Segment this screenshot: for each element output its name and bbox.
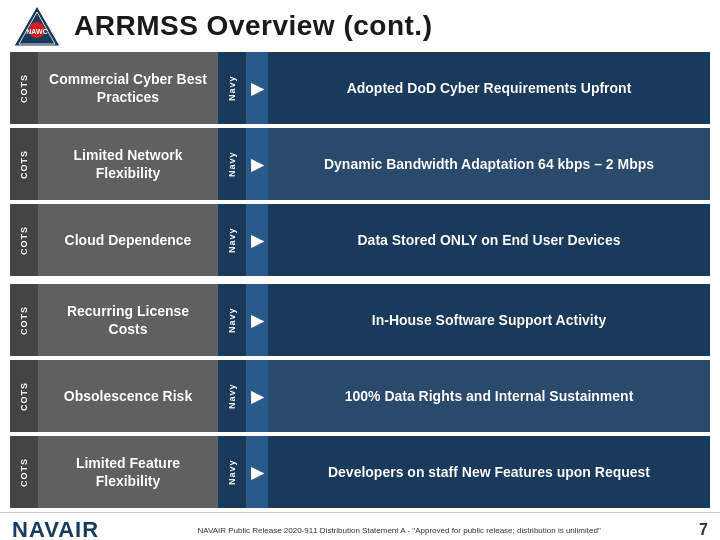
arrow-5: ▶ — [246, 360, 268, 432]
cots-label-6: COTS — [10, 436, 38, 508]
right-cell-1: Adopted DoD Cyber Requirements Upfront — [268, 52, 710, 124]
table-row: COTS Limited Feature Flexibility Navy ▶ … — [10, 436, 710, 508]
left-cell-3: Cloud Dependence — [38, 204, 218, 276]
left-cell-6: Limited Feature Flexibility — [38, 436, 218, 508]
cots-label-4: COTS — [10, 284, 38, 356]
footer-disclaimer: NAVAIR Public Release 2020-911 Distribut… — [109, 526, 689, 535]
table-row: COTS Cloud Dependence Navy ▶ Data Stored… — [10, 204, 710, 276]
cots-label-1: COTS — [10, 52, 38, 124]
left-cell-1: Commercial Cyber Best Practices — [38, 52, 218, 124]
table-row: COTS Limited Network Flexibility Navy ▶ … — [10, 128, 710, 200]
cots-label-3: COTS — [10, 204, 38, 276]
table-row: COTS Commercial Cyber Best Practices Nav… — [10, 52, 710, 124]
header-logo: NAWC — [12, 4, 62, 48]
footer-logo: NAVAIR — [12, 517, 99, 540]
right-cell-5: 100% Data Rights and Internal Sustainmen… — [268, 360, 710, 432]
right-cell-2: Dynamic Bandwidth Adaptation 64 kbps – 2… — [268, 128, 710, 200]
arrow-4: ▶ — [246, 284, 268, 356]
logo-container: NAWC — [12, 4, 64, 48]
cots-label-5: COTS — [10, 360, 38, 432]
arrow-3: ▶ — [246, 204, 268, 276]
arrow-2: ▶ — [246, 128, 268, 200]
left-cell-2: Limited Network Flexibility — [38, 128, 218, 200]
svg-text:NAWC: NAWC — [26, 28, 47, 35]
nav-label-6: Navy — [218, 436, 246, 508]
main-content: COTS Commercial Cyber Best Practices Nav… — [0, 52, 720, 508]
right-cell-3: Data Stored ONLY on End User Devices — [268, 204, 710, 276]
header: NAWC ARRMSS Overview (cont.) — [0, 0, 720, 52]
nav-label-2: Navy — [218, 128, 246, 200]
right-cell-6: Developers on staff New Features upon Re… — [268, 436, 710, 508]
right-cell-4: In-House Software Support Activity — [268, 284, 710, 356]
footer: NAVAIR NAVAIR Public Release 2020-911 Di… — [0, 512, 720, 540]
page-wrapper: NAWC ARRMSS Overview (cont.) COTS Commer… — [0, 0, 720, 540]
nav-label-4: Navy — [218, 284, 246, 356]
footer-page-number: 7 — [699, 521, 708, 539]
left-cell-5: Obsolescence Risk — [38, 360, 218, 432]
left-cell-4: Recurring License Costs — [38, 284, 218, 356]
nav-label-1: Navy — [218, 52, 246, 124]
table-row: COTS Obsolescence Risk Navy ▶ 100% Data … — [10, 360, 710, 432]
arrow-6: ▶ — [246, 436, 268, 508]
nav-label-5: Navy — [218, 360, 246, 432]
cots-label-2: COTS — [10, 128, 38, 200]
nav-label-3: Navy — [218, 204, 246, 276]
arrow-1: ▶ — [246, 52, 268, 124]
table-row: COTS Recurring License Costs Navy ▶ In-H… — [10, 284, 710, 356]
page-title: ARRMSS Overview (cont.) — [74, 10, 432, 42]
